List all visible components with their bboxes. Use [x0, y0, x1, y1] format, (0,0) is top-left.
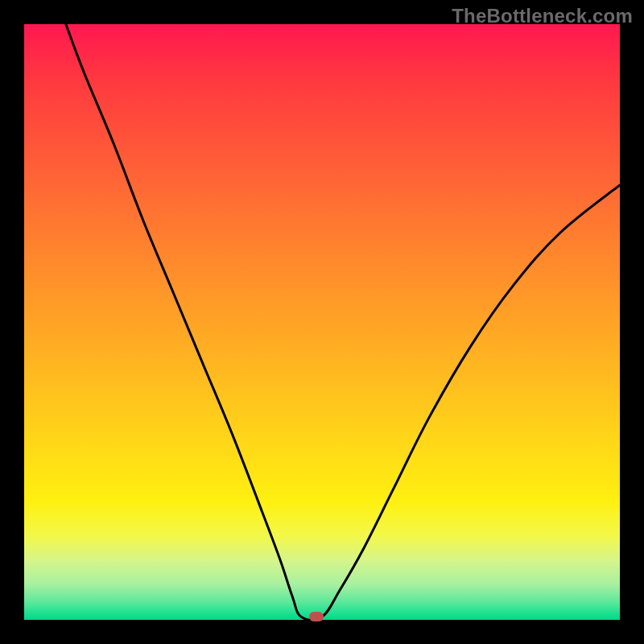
- plot-area: [24, 24, 620, 620]
- curve-svg: [24, 24, 620, 620]
- optimal-marker: [309, 612, 324, 621]
- bottleneck-curve: [66, 24, 620, 620]
- watermark-text: TheBottleneck.com: [452, 5, 633, 27]
- chart-frame: TheBottleneck.com: [0, 0, 644, 644]
